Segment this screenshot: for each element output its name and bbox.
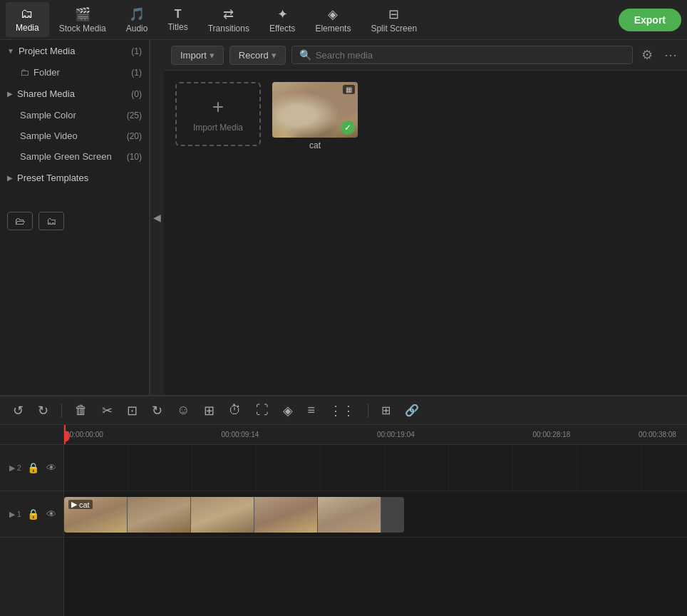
import-dropdown-icon: ▾ — [210, 50, 215, 61]
nav-split-screen[interactable]: ⊟ Split Screen — [361, 2, 427, 38]
track-1-visibility-button[interactable]: 👁 — [45, 507, 58, 521]
sidebar-item-shared-media[interactable]: ▶ Shared Media (0) — [0, 83, 149, 105]
track-2-row[interactable] — [64, 445, 687, 491]
timeline-area: ↺ ↻ 🗑 ✂ ⊡ ↻ ☺ ⊞ ⏱ ⛶ ◈ ≡ ⋮⋮ ⊞ 🔗 ▶ 2 🔒 👁 — [0, 395, 687, 616]
import-label: Import — [180, 50, 207, 61]
shared-media-count: (0) — [131, 89, 142, 99]
adjust-button[interactable]: ≡ — [303, 401, 319, 419]
play-icon: ▶ — [71, 500, 77, 509]
cut-button[interactable]: ✂ — [98, 401, 117, 420]
folder-count: (1) — [131, 68, 142, 78]
chevron-right-icon-preset: ▶ — [7, 174, 13, 182]
attach-media-button[interactable]: ⊞ — [377, 402, 395, 419]
nav-media[interactable]: 🗂 Media — [6, 2, 49, 37]
check-badge: ✓ — [341, 120, 355, 135]
sidebar: ▼ Project Media (1) 🗀 Folder (1) ▶ Share… — [0, 40, 150, 395]
sidebar-item-sample-video[interactable]: Sample Video (20) — [0, 125, 149, 146]
undo-button[interactable]: ↺ — [9, 401, 28, 420]
nav-audio[interactable]: 🎵 Audio — [116, 2, 158, 38]
timeline-ruler: 00:00:00:00 00:00:09:14 00:00:19:04 00:0… — [64, 425, 687, 445]
import-card-label: Import Media — [193, 123, 243, 133]
chevron-right-icon: ▶ — [7, 90, 13, 98]
delete-button[interactable]: 🗑 — [71, 401, 92, 419]
split-screen-icon: ⊟ — [388, 6, 399, 22]
ruler-corner — [0, 425, 63, 445]
top-navigation: 🗂 Media 🎬 Stock Media 🎵 Audio T Titles ⇄… — [0, 0, 687, 40]
filter-button[interactable]: ⚙ — [639, 44, 656, 66]
zoom-fit-button[interactable]: ⛶ — [252, 401, 273, 419]
clip-frame-5 — [318, 497, 381, 533]
nav-transitions[interactable]: ⇄ Transitions — [198, 2, 259, 38]
search-input[interactable] — [316, 50, 625, 61]
effects-icon: ✦ — [277, 6, 288, 22]
project-media-count: (1) — [131, 46, 142, 56]
record-button[interactable]: Record ▾ — [229, 46, 286, 65]
time-marker-0: 00:00:00:00 — [66, 431, 103, 438]
color-button[interactable]: ☺ — [172, 401, 194, 419]
export-button[interactable]: Export — [619, 9, 681, 31]
nav-titles[interactable]: T Titles — [157, 4, 197, 36]
sidebar-folder-actions: 🗁 🗂 — [0, 206, 149, 236]
redo-button[interactable]: ↻ — [33, 401, 53, 420]
sidebar-item-folder[interactable]: 🗀 Folder (1) — [0, 62, 149, 83]
time-marker-2: 00:00:19:04 — [377, 431, 415, 438]
film-badge: ▦ — [343, 85, 355, 94]
shared-media-label: Shared Media — [17, 88, 131, 99]
sidebar-item-preset-templates[interactable]: ▶ Preset Templates — [0, 167, 149, 189]
search-box[interactable]: 🔍 — [291, 46, 633, 64]
grid-icon: ⋯ — [664, 48, 677, 62]
sidebar-item-sample-green-screen[interactable]: Sample Green Screen (10) — [0, 146, 149, 167]
sample-color-label: Sample Color — [20, 110, 127, 120]
track-1-row[interactable]: ▶ cat — [64, 491, 687, 538]
rotation-button[interactable]: ↻ — [148, 401, 167, 420]
nav-transitions-label: Transitions — [208, 24, 249, 34]
chevron-down-icon: ▼ — [7, 47, 14, 55]
sidebar-collapse-button[interactable]: ◀ — [150, 40, 164, 395]
plus-icon: + — [212, 96, 224, 118]
crop-button[interactable]: ⊡ — [123, 401, 142, 420]
ruler-ticks-svg: // Rendered via CSS — skip — [64, 425, 687, 445]
nav-split-label: Split Screen — [371, 24, 417, 34]
audio-stretch-button[interactable]: ⋮⋮ — [325, 401, 359, 420]
import-media-card[interactable]: + Import Media — [175, 82, 261, 146]
sample-video-count: (20) — [127, 131, 142, 141]
track-headers: ▶ 2 🔒 👁 ▶ 1 🔒 👁 — [0, 425, 64, 616]
nav-effects[interactable]: ✦ Effects — [259, 2, 305, 38]
filter-icon: ⚙ — [641, 48, 653, 62]
record-label: Record — [239, 50, 269, 61]
ruler-track[interactable]: 00:00:00:00 00:00:09:14 00:00:19:04 00:0… — [64, 425, 687, 444]
new-folder-button[interactable]: 🗂 — [38, 212, 64, 230]
nav-elements-label: Elements — [315, 24, 351, 34]
add-folder-button[interactable]: 🗁 — [7, 212, 33, 230]
transitions-icon: ⇄ — [223, 6, 234, 22]
track-2-lock-button[interactable]: 🔒 — [26, 461, 41, 475]
track-2-number: ▶ 2 — [9, 463, 21, 473]
nav-audio-label: Audio — [126, 24, 148, 34]
track-2-visibility-button[interactable]: 👁 — [45, 461, 58, 475]
transform-button[interactable]: ⊞ — [200, 401, 219, 420]
record-dropdown-icon: ▾ — [272, 50, 277, 61]
track-1-number: ▶ 1 — [9, 510, 21, 519]
timeline-toolbar: ↺ ↻ 🗑 ✂ ⊡ ↻ ☺ ⊞ ⏱ ⛶ ◈ ≡ ⋮⋮ ⊞ 🔗 — [0, 396, 687, 425]
link-button[interactable]: 🔗 — [401, 402, 423, 419]
track-1-lock-button[interactable]: 🔒 — [26, 507, 41, 521]
list-item[interactable]: ▦ ✓ cat — [272, 82, 358, 384]
sample-color-count: (25) — [127, 111, 142, 120]
collapse-icon: ◀ — [153, 212, 161, 223]
sample-green-label: Sample Green Screen — [20, 151, 127, 162]
sidebar-item-sample-color[interactable]: Sample Color (25) — [0, 105, 149, 125]
track-container: ▶ 2 🔒 👁 ▶ 1 🔒 👁 00:00:00:00 00:00:09:14 … — [0, 425, 687, 616]
grid-view-button[interactable]: ⋯ — [661, 44, 680, 66]
time-marker-4: 00:00:38:08 — [639, 431, 676, 438]
track-clip-cat[interactable]: ▶ cat — [64, 497, 404, 533]
sidebar-item-project-media[interactable]: ▼ Project Media (1) — [0, 40, 149, 62]
nav-stock-media[interactable]: 🎬 Stock Media — [49, 2, 116, 38]
clip-frame-2 — [128, 497, 191, 533]
speed-button[interactable]: ⏱ — [224, 401, 246, 419]
nav-titles-label: Titles — [167, 22, 187, 32]
import-button[interactable]: Import ▾ — [171, 46, 224, 65]
track-1-header: ▶ 1 🔒 👁 — [0, 491, 63, 538]
nav-elements[interactable]: ◈ Elements — [305, 2, 361, 38]
audio-icon: 🎵 — [129, 6, 145, 22]
marker-button[interactable]: ◈ — [279, 401, 297, 420]
